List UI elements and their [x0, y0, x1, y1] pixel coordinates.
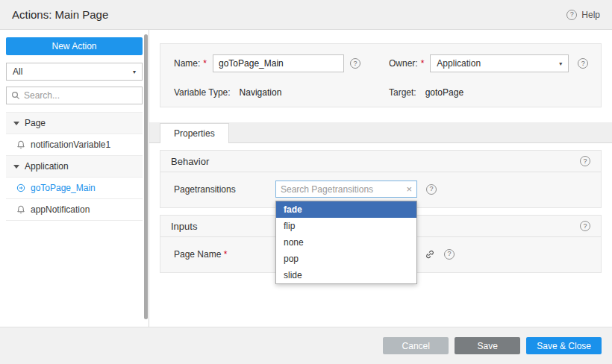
behavior-title: Behavior	[171, 156, 209, 167]
owner-select[interactable]: Application ▾	[430, 54, 569, 72]
filter-dropdown[interactable]: All ▾	[6, 63, 143, 81]
link-icon[interactable]	[425, 249, 435, 260]
tree-item-label: goToPage_Main	[31, 183, 96, 193]
page-name-label: Page Name *	[174, 249, 275, 260]
owner-help-icon[interactable]: ?	[578, 58, 588, 69]
tree-item-gotopage-main[interactable]: goToPage_Main	[6, 178, 143, 199]
header: Actions: Main Page ? Help	[0, 0, 612, 30]
tree-group-page[interactable]: Page	[6, 113, 143, 134]
name-input[interactable]	[213, 54, 344, 72]
behavior-panel: Behavior ? Pagetransitions × fade flip n…	[160, 150, 602, 208]
owner-value: Application	[437, 58, 481, 69]
owner-label: Owner:	[389, 58, 418, 69]
cancel-button[interactable]: Cancel	[383, 337, 449, 354]
new-action-button[interactable]: New Action	[6, 37, 143, 55]
inputs-help-icon[interactable]: ?	[580, 221, 590, 231]
name-label: Name:	[174, 58, 200, 69]
required-mark: *	[203, 58, 207, 69]
search-icon	[11, 91, 20, 100]
sidebar-scrollbar[interactable]	[144, 34, 148, 319]
collapse-triangle-icon	[13, 122, 19, 125]
page-name-help-icon[interactable]: ?	[444, 249, 455, 260]
required-mark: *	[224, 249, 228, 260]
chevron-down-icon: ▾	[559, 60, 562, 67]
tree-item-notificationvariable1[interactable]: notificationVariable1	[6, 134, 143, 156]
pagetransitions-help-icon[interactable]: ?	[426, 184, 437, 195]
required-mark: *	[421, 58, 425, 69]
variable-type-value: Navigation	[240, 87, 282, 98]
pagetransitions-label: Pagetransitions	[174, 184, 275, 195]
behavior-help-icon[interactable]: ?	[580, 156, 590, 166]
option-slide[interactable]: slide	[276, 267, 416, 283]
search-input[interactable]	[24, 90, 137, 101]
tree-item-label: appNotification	[31, 204, 90, 215]
filter-value: All	[13, 66, 22, 77]
action-form-panel: Name: * ? Owner: * Application ▾ ?	[160, 43, 602, 107]
notification-icon	[16, 205, 25, 214]
chevron-down-icon: ▾	[133, 69, 136, 75]
tree-group-label: Page	[25, 118, 46, 128]
variable-type-label: Variable Type:	[174, 87, 231, 98]
help-icon: ?	[566, 10, 577, 20]
help-label: Help	[581, 10, 600, 20]
clear-icon[interactable]: ×	[406, 183, 412, 195]
tree-group-application[interactable]: Application	[6, 156, 143, 178]
tree-item-label: notificationVariable1	[31, 139, 110, 150]
notification-icon	[16, 140, 25, 149]
tab-strip: Properties	[149, 122, 612, 143]
tree-group-label: Application	[25, 161, 69, 172]
option-none[interactable]: none	[276, 234, 416, 251]
target-value: gotoPage	[425, 87, 463, 98]
page-title: Actions: Main Page	[12, 8, 108, 21]
pagetransitions-combobox-wrap: × fade flip none pop slide	[275, 181, 417, 198]
option-flip[interactable]: flip	[276, 218, 416, 234]
save-close-button[interactable]: Save & Close	[526, 337, 602, 354]
footer: Cancel Save Save & Close	[0, 327, 612, 364]
main-panel: Name: * ? Owner: * Application ▾ ?	[149, 30, 612, 327]
pagetransitions-dropdown: fade flip none pop slide	[275, 201, 417, 284]
option-fade[interactable]: fade	[276, 201, 416, 218]
sidebar: New Action All ▾ Page	[0, 30, 149, 327]
tree-item-appnotification[interactable]: appNotification	[6, 199, 143, 221]
pagetransitions-search-input[interactable]	[281, 184, 403, 195]
action-tree: Page notificationVariable1 Application	[6, 112, 143, 221]
tab-properties[interactable]: Properties	[160, 123, 229, 143]
name-help-icon[interactable]: ?	[350, 58, 360, 69]
inputs-title: Inputs	[171, 221, 197, 232]
pagetransitions-combobox[interactable]: ×	[275, 181, 417, 198]
actions-dialog: Actions: Main Page ? Help New Action All…	[0, 0, 612, 364]
collapse-triangle-icon	[13, 165, 19, 169]
save-button[interactable]: Save	[455, 337, 520, 354]
option-pop[interactable]: pop	[276, 251, 416, 267]
help-button[interactable]: ? Help	[566, 10, 600, 20]
target-label: Target:	[389, 87, 416, 98]
goto-icon	[16, 183, 25, 192]
search-box	[6, 87, 143, 104]
